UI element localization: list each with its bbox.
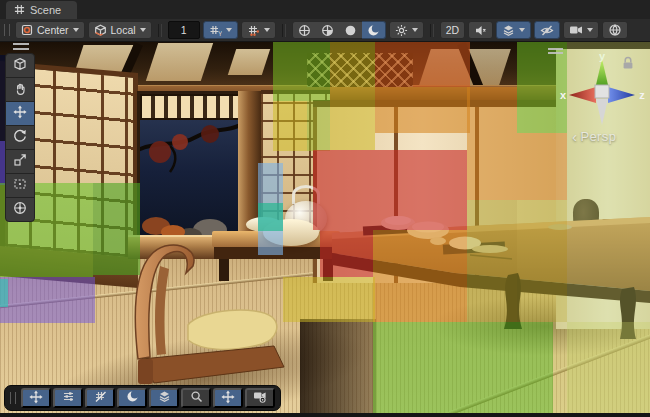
projection-label[interactable]: ‹ Persp: [572, 128, 616, 145]
gizmo-axis-x[interactable]: [569, 87, 596, 103]
snap-increment-toggle[interactable]: [241, 21, 276, 39]
tab-scene[interactable]: Scene: [6, 1, 77, 19]
move-icon: [13, 105, 27, 122]
bottom-overlay-drag-handle[interactable]: [10, 392, 16, 404]
move-overlay-toggle[interactable]: [213, 388, 243, 408]
globe-icon: [608, 23, 622, 37]
speaker-mute-icon: [474, 24, 487, 37]
unlit-mode-button[interactable]: [339, 21, 363, 39]
toolbar-drag-handle[interactable]: [4, 24, 10, 36]
scale-icon: [13, 153, 27, 170]
zaisu-chair[interactable]: [135, 245, 284, 384]
overlay-toolbar-bottom: [4, 385, 281, 411]
rect-tool[interactable]: [5, 173, 35, 198]
chevron-down-icon: [519, 28, 525, 32]
view-2d-toggle-label: 2D: [446, 24, 459, 36]
chevron-down-icon: [412, 28, 418, 32]
tool-handle-rotation-dropdown-label: Local: [111, 24, 136, 36]
toolbar-group: Y: [155, 21, 289, 39]
toolbar-group: [292, 21, 437, 39]
grid-icon: [14, 4, 25, 17]
sun-icon: [395, 24, 408, 37]
rect-icon: [13, 177, 27, 194]
transform-tool[interactable]: [5, 197, 35, 222]
view-2d-toggle[interactable]: 2D: [440, 21, 465, 39]
camera-view-dropdown[interactable]: [563, 21, 599, 39]
grid-visibility-toggle[interactable]: Y: [203, 21, 238, 39]
view-options-overlay-toggle[interactable]: [117, 388, 147, 408]
tool-settings-overlay-toggle[interactable]: [53, 388, 83, 408]
sliders-icon: [62, 390, 75, 406]
projection-arrow: ‹: [572, 128, 577, 145]
tool-handle-position-dropdown-label: Center: [37, 24, 69, 36]
cube-outline-icon: [13, 57, 27, 74]
shaded-wireframe-mode-button[interactable]: [316, 21, 340, 39]
audio-mute-toggle[interactable]: [468, 21, 493, 39]
layers-icon: [502, 24, 515, 37]
lock-icon[interactable]: [622, 56, 634, 70]
window-bottom-edge: [0, 413, 650, 417]
tools-overlay-drag-handle[interactable]: [13, 43, 29, 50]
transform-icon: [13, 201, 27, 218]
projection-text: Persp: [580, 129, 616, 144]
toolbar-group: [2, 24, 12, 36]
toolbar-group: CenterLocal: [15, 21, 152, 39]
scene-lighting-toggle[interactable]: [362, 21, 386, 39]
gizmo-axis-y[interactable]: [596, 59, 609, 87]
move-icon: [29, 390, 43, 407]
toolbar-separator: [282, 24, 286, 37]
tab-label: Scene: [30, 4, 61, 16]
chevron-down-icon: [73, 28, 79, 32]
gizmos-dropdown[interactable]: [602, 21, 628, 39]
tools-overlay-toggle[interactable]: [21, 388, 51, 408]
crescent-icon: [367, 24, 380, 37]
orientation-gizmo[interactable]: y x z: [556, 51, 648, 135]
scene-viewport[interactable]: y x z ‹ Persp: [0, 41, 650, 417]
tool-handle-rotation-dropdown[interactable]: Local: [88, 21, 152, 39]
grid-snap-icon: [247, 24, 260, 37]
scene-props: [0, 41, 650, 417]
pivot-center-icon: [21, 24, 33, 36]
crescent-icon: [126, 390, 139, 406]
sphere-half-icon: [321, 24, 334, 37]
low-table[interactable]: [332, 216, 650, 339]
tab-bar: Scene: [0, 0, 650, 20]
eye-slash-icon: [540, 24, 554, 37]
rotate-tool[interactable]: [5, 125, 35, 150]
orientation-overlay-toggle[interactable]: [149, 388, 179, 408]
scene-visibility-toggle[interactable]: [534, 21, 560, 39]
effects-dropdown-toggle[interactable]: [389, 21, 424, 39]
layers-icon: [158, 390, 171, 406]
rotate-icon: [13, 129, 27, 146]
overlays-dropdown[interactable]: [496, 21, 531, 39]
gizmo-axis-z[interactable]: [608, 87, 635, 103]
gizmo-z-label: z: [639, 89, 645, 101]
gizmo-center-cube[interactable]: [595, 85, 609, 98]
svg-text:Y: Y: [218, 30, 222, 37]
tool-handle-position-dropdown[interactable]: Center: [15, 21, 85, 39]
chevron-down-icon: [587, 28, 593, 32]
cube-icon: [94, 24, 107, 37]
chevron-down-icon: [264, 28, 270, 32]
view-tool[interactable]: [5, 53, 35, 78]
grid-slash-icon: [94, 390, 107, 406]
move-tool[interactable]: [5, 101, 35, 126]
pan-tool[interactable]: [5, 77, 35, 102]
scene-toolbar: CenterLocalY2D: [0, 19, 650, 42]
chevron-down-icon: [226, 28, 232, 32]
chevron-down-icon: [140, 28, 146, 32]
gizmo-x-label: x: [560, 89, 567, 101]
camera-eye-icon: [253, 390, 267, 406]
move-icon: [221, 390, 235, 407]
camera-overlay-toggle[interactable]: [245, 388, 275, 408]
tools-overlay: [5, 43, 37, 222]
scale-tool[interactable]: [5, 149, 35, 174]
gizmo-y-label: y: [599, 51, 606, 62]
circle-solid-icon: [344, 24, 357, 37]
search-overlay-toggle[interactable]: [181, 388, 211, 408]
grid-size-input[interactable]: [168, 21, 200, 39]
shaded-mode-button[interactable]: [292, 21, 317, 39]
grid-snap-overlay-toggle[interactable]: [85, 388, 115, 408]
sphere-wire-icon: [298, 24, 311, 37]
gizmo-axis-down[interactable]: [596, 99, 608, 125]
